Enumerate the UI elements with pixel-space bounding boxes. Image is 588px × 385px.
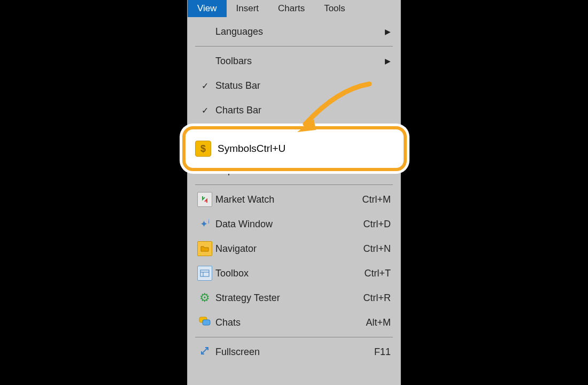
menu-tools-label: Tools xyxy=(324,3,345,14)
market-watch-label: Market Watch xyxy=(214,194,362,205)
menu-view-label: View xyxy=(197,3,217,14)
menu-item-chats[interactable]: Chats Alt+M xyxy=(188,310,400,335)
chat-icon xyxy=(198,316,211,329)
menu-item-status-bar[interactable]: ✓ Status Bar xyxy=(188,73,400,98)
menubar: View Insert Charts Tools xyxy=(188,0,400,17)
svg-rect-1 xyxy=(200,270,209,276)
menu-item-toolbars[interactable]: Toolbars ▶ xyxy=(188,49,400,73)
submenu-arrow-icon: ▶ xyxy=(385,27,391,36)
toolbars-label: Toolbars xyxy=(214,56,385,67)
data-window-label: Data Window xyxy=(214,219,363,230)
menu-insert[interactable]: Insert xyxy=(227,0,269,17)
blank-icon xyxy=(195,53,214,69)
menu-charts-label: Charts xyxy=(278,3,305,14)
gear-icon: ⚙ xyxy=(199,291,210,305)
separator xyxy=(195,337,393,337)
app-panel: View Insert Charts Tools Languages ▶ Too… xyxy=(187,0,401,385)
fullscreen-icon xyxy=(199,345,211,359)
submenu-arrow-icon: ▶ xyxy=(385,57,391,65)
status-bar-label: Status Bar xyxy=(214,80,391,91)
toolbox-shortcut: Ctrl+T xyxy=(365,268,391,279)
fullscreen-shortcut: F11 xyxy=(374,346,391,358)
check-icon: ✓ xyxy=(202,81,208,91)
navigator-shortcut: Ctrl+N xyxy=(363,243,391,255)
menu-item-fullscreen[interactable]: Fullscreen F11 xyxy=(188,340,400,364)
svg-rect-5 xyxy=(203,320,210,325)
data-window-icon: ✦i xyxy=(200,218,209,230)
blank-icon xyxy=(195,24,214,40)
separator xyxy=(195,46,393,47)
menu-item-market-watch[interactable]: Market Watch Ctrl+M xyxy=(188,187,400,212)
strategy-tester-label: Strategy Tester xyxy=(214,292,363,304)
menu-view[interactable]: View xyxy=(188,0,227,17)
symbols-label: Symbols xyxy=(218,143,257,155)
charts-bar-label: Charts Bar xyxy=(214,105,391,116)
toolbox-icon xyxy=(197,266,212,281)
menu-item-charts-bar[interactable]: ✓ Charts Bar xyxy=(188,98,400,122)
menu-item-data-window[interactable]: ✦i Data Window Ctrl+D xyxy=(188,212,400,236)
dollar-icon: $ xyxy=(195,141,211,157)
symbols-shortcut: Ctrl+U xyxy=(257,143,285,155)
market-watch-icon xyxy=(197,192,212,207)
separator xyxy=(195,184,393,185)
menu-item-symbols[interactable]: $ Symbols Ctrl+U xyxy=(185,129,404,168)
market-watch-shortcut: Ctrl+M xyxy=(362,194,391,205)
menu-tools[interactable]: Tools xyxy=(314,0,355,17)
languages-label: Languages xyxy=(214,26,385,37)
chats-shortcut: Alt+M xyxy=(366,317,391,328)
data-window-shortcut: Ctrl+D xyxy=(363,219,391,230)
navigator-label: Navigator xyxy=(214,243,363,255)
menu-item-toolbox[interactable]: Toolbox Ctrl+T xyxy=(188,261,400,286)
strategy-tester-shortcut: Ctrl+R xyxy=(363,292,391,304)
menu-charts[interactable]: Charts xyxy=(268,0,314,17)
menu-insert-label: Insert xyxy=(236,3,259,14)
menu-item-navigator[interactable]: Navigator Ctrl+N xyxy=(188,236,400,261)
menu-item-languages[interactable]: Languages ▶ xyxy=(188,19,400,44)
highlight-symbols: $ Symbols Ctrl+U xyxy=(182,126,407,171)
folder-icon xyxy=(197,241,212,256)
svg-line-6 xyxy=(202,348,208,354)
view-dropdown: Languages ▶ Toolbars ▶ ✓ Status Bar ✓ Ch… xyxy=(188,17,400,385)
toolbox-label: Toolbox xyxy=(214,268,365,279)
chats-label: Chats xyxy=(214,317,366,328)
fullscreen-label: Fullscreen xyxy=(214,346,374,358)
check-icon: ✓ xyxy=(202,105,208,116)
menu-item-strategy-tester[interactable]: ⚙ Strategy Tester Ctrl+R xyxy=(188,286,400,310)
